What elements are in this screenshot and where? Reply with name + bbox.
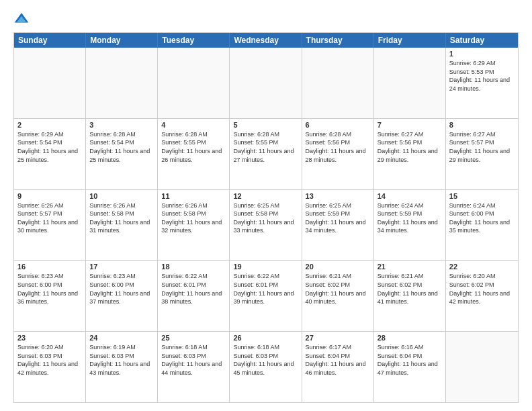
calendar-day-20: 20 Sunrise: 6:21 AMSunset: 6:02 PMDaylig… [302,261,374,331]
calendar-row-3: 16 Sunrise: 6:23 AMSunset: 6:00 PMDaylig… [14,260,518,331]
sun-info: Sunrise: 6:18 AMSunset: 6:03 PMDaylight:… [161,344,222,376]
calendar-empty-cell [158,48,230,118]
day-number: 3 [89,121,154,129]
day-number: 14 [378,192,442,200]
day-number: 1 [449,50,515,58]
sun-info: Sunrise: 6:28 AMSunset: 5:55 PMDaylight:… [233,131,294,163]
day-number: 16 [17,263,82,271]
logo-icon [13,11,30,27]
calendar-day-6: 6 Sunrise: 6:28 AMSunset: 5:56 PMDayligh… [302,119,374,189]
sun-info: Sunrise: 6:22 AMSunset: 6:01 PMDaylight:… [161,273,222,305]
day-number: 24 [89,334,154,342]
day-number: 13 [306,192,370,200]
sun-info: Sunrise: 6:23 AMSunset: 6:00 PMDaylight:… [17,273,78,305]
sun-info: Sunrise: 6:24 AMSunset: 6:00 PMDaylight:… [449,202,510,234]
calendar-day-5: 5 Sunrise: 6:28 AMSunset: 5:55 PMDayligh… [230,119,302,189]
sun-info: Sunrise: 6:25 AMSunset: 5:59 PMDaylight:… [306,202,366,234]
calendar-day-9: 9 Sunrise: 6:26 AMSunset: 5:57 PMDayligh… [14,190,86,261]
weekday-header-friday: Friday [374,33,446,48]
calendar-empty-cell [14,48,86,118]
day-number: 8 [449,121,515,129]
sun-info: Sunrise: 6:28 AMSunset: 5:56 PMDaylight:… [306,131,366,163]
calendar-empty-cell [374,48,446,118]
sun-info: Sunrise: 6:29 AMSunset: 5:54 PMDaylight:… [17,131,78,163]
calendar-day-18: 18 Sunrise: 6:22 AMSunset: 6:01 PMDaylig… [158,261,230,331]
calendar-day-14: 14 Sunrise: 6:24 AMSunset: 5:59 PMDaylig… [374,190,446,261]
sun-info: Sunrise: 6:27 AMSunset: 5:57 PMDaylight:… [449,131,510,163]
day-number: 11 [161,192,226,200]
logo [13,11,34,27]
sun-info: Sunrise: 6:24 AMSunset: 5:59 PMDaylight:… [378,202,438,234]
sun-info: Sunrise: 6:21 AMSunset: 6:02 PMDaylight:… [306,273,366,305]
calendar-row-1: 2 Sunrise: 6:29 AMSunset: 5:54 PMDayligh… [14,118,518,189]
sun-info: Sunrise: 6:26 AMSunset: 5:58 PMDaylight:… [89,202,150,234]
calendar-row-0: 1 Sunrise: 6:29 AMSunset: 5:53 PMDayligh… [14,48,518,118]
day-number: 9 [17,192,82,200]
calendar-empty-cell [230,48,302,118]
calendar-day-3: 3 Sunrise: 6:28 AMSunset: 5:54 PMDayligh… [86,119,158,189]
sun-info: Sunrise: 6:25 AMSunset: 5:58 PMDaylight:… [233,202,294,234]
sun-info: Sunrise: 6:19 AMSunset: 6:03 PMDaylight:… [89,344,150,376]
day-number: 15 [449,192,515,200]
day-number: 25 [161,334,226,342]
day-number: 4 [161,121,226,129]
sun-info: Sunrise: 6:26 AMSunset: 5:58 PMDaylight:… [161,202,222,234]
calendar-day-26: 26 Sunrise: 6:18 AMSunset: 6:03 PMDaylig… [230,332,302,402]
sun-info: Sunrise: 6:23 AMSunset: 6:00 PMDaylight:… [89,273,150,305]
day-number: 6 [306,121,370,129]
day-number: 7 [378,121,442,129]
calendar-day-16: 16 Sunrise: 6:23 AMSunset: 6:00 PMDaylig… [14,261,86,331]
calendar-day-13: 13 Sunrise: 6:25 AMSunset: 5:59 PMDaylig… [302,190,374,261]
calendar-day-21: 21 Sunrise: 6:21 AMSunset: 6:02 PMDaylig… [374,261,446,331]
calendar-day-12: 12 Sunrise: 6:25 AMSunset: 5:58 PMDaylig… [230,190,302,261]
calendar-empty-cell [86,48,158,118]
sun-info: Sunrise: 6:28 AMSunset: 5:54 PMDaylight:… [89,131,150,163]
calendar-body: 1 Sunrise: 6:29 AMSunset: 5:53 PMDayligh… [14,48,518,402]
calendar-day-27: 27 Sunrise: 6:17 AMSunset: 6:04 PMDaylig… [302,332,374,402]
day-number: 18 [161,263,226,271]
sun-info: Sunrise: 6:29 AMSunset: 5:53 PMDaylight:… [449,60,510,92]
day-number: 5 [233,121,298,129]
day-number: 21 [378,263,442,271]
calendar: SundayMondayTuesdayWednesdayThursdayFrid… [13,32,519,403]
sun-info: Sunrise: 6:18 AMSunset: 6:03 PMDaylight:… [233,344,294,376]
weekday-header-wednesday: Wednesday [230,33,302,48]
sun-info: Sunrise: 6:28 AMSunset: 5:55 PMDaylight:… [161,131,222,163]
calendar-header-row: SundayMondayTuesdayWednesdayThursdayFrid… [14,33,518,48]
day-number: 27 [306,334,370,342]
weekday-header-tuesday: Tuesday [158,33,230,48]
weekday-header-saturday: Saturday [446,33,518,48]
calendar-day-11: 11 Sunrise: 6:26 AMSunset: 5:58 PMDaylig… [158,190,230,261]
calendar-day-23: 23 Sunrise: 6:20 AMSunset: 6:03 PMDaylig… [14,332,86,402]
weekday-header-thursday: Thursday [302,33,374,48]
day-number: 20 [306,263,370,271]
header [13,11,519,27]
weekday-header-sunday: Sunday [14,33,86,48]
calendar-day-28: 28 Sunrise: 6:16 AMSunset: 6:04 PMDaylig… [374,332,446,402]
day-number: 12 [233,192,298,200]
day-number: 2 [17,121,82,129]
calendar-row-2: 9 Sunrise: 6:26 AMSunset: 5:57 PMDayligh… [14,189,518,261]
page: SundayMondayTuesdayWednesdayThursdayFrid… [0,0,532,411]
calendar-empty-cell [302,48,374,118]
sun-info: Sunrise: 6:22 AMSunset: 6:01 PMDaylight:… [233,273,294,305]
day-number: 10 [89,192,154,200]
sun-info: Sunrise: 6:21 AMSunset: 6:02 PMDaylight:… [378,273,438,305]
sun-info: Sunrise: 6:20 AMSunset: 6:02 PMDaylight:… [449,273,510,305]
calendar-day-4: 4 Sunrise: 6:28 AMSunset: 5:55 PMDayligh… [158,119,230,189]
calendar-day-17: 17 Sunrise: 6:23 AMSunset: 6:00 PMDaylig… [86,261,158,331]
calendar-day-24: 24 Sunrise: 6:19 AMSunset: 6:03 PMDaylig… [86,332,158,402]
calendar-day-1: 1 Sunrise: 6:29 AMSunset: 5:53 PMDayligh… [446,48,518,118]
calendar-day-22: 22 Sunrise: 6:20 AMSunset: 6:02 PMDaylig… [446,261,518,331]
weekday-header-monday: Monday [86,33,158,48]
day-number: 22 [449,263,515,271]
day-number: 19 [233,263,298,271]
calendar-day-2: 2 Sunrise: 6:29 AMSunset: 5:54 PMDayligh… [14,119,86,189]
sun-info: Sunrise: 6:20 AMSunset: 6:03 PMDaylight:… [17,344,78,376]
calendar-empty-cell [446,332,518,402]
calendar-day-7: 7 Sunrise: 6:27 AMSunset: 5:56 PMDayligh… [374,119,446,189]
calendar-day-15: 15 Sunrise: 6:24 AMSunset: 6:00 PMDaylig… [446,190,518,261]
calendar-day-19: 19 Sunrise: 6:22 AMSunset: 6:01 PMDaylig… [230,261,302,331]
day-number: 17 [89,263,154,271]
day-number: 23 [17,334,82,342]
